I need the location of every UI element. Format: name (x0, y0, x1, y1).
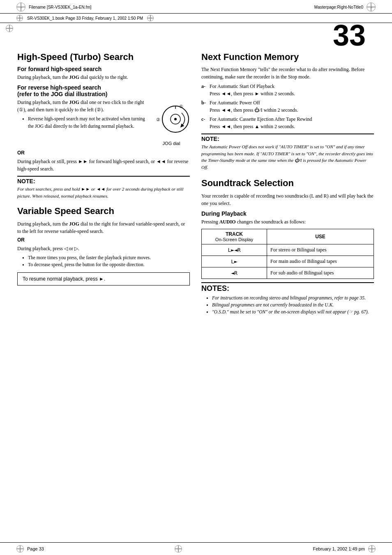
reg-mark-corner-left (6, 25, 13, 32)
footer-right: February 1, 2002 1:49 pm (313, 546, 365, 551)
reverse-heading: For reverse high-speed search(refer to t… (17, 84, 190, 97)
high-speed-section: High-Speed (Turbo) Search For forward hi… (17, 52, 190, 199)
track-cell-3: ◄R (202, 267, 267, 279)
table-row-3: ◄R For sub audio of Bilingual tapes (202, 267, 374, 279)
notes-section-soundtrack: NOTES: For instructions on recording ste… (201, 282, 374, 316)
variable-body: During playback, turn the JOG dial to th… (17, 220, 190, 235)
soundtrack-notes-list: For instructions on recording stereo and… (201, 295, 374, 316)
use-cell-3: For sub audio of Bilingual tapes (267, 267, 374, 279)
reg-mark-left (16, 15, 23, 21)
table-header-track: TRACK On-Screen Display (202, 229, 267, 244)
high-speed-title: High-Speed (Turbo) Search (17, 52, 190, 62)
table-header-use: USE (267, 229, 374, 244)
jog-label: JOG dial (153, 141, 190, 146)
soundtrack-title: Soundtrack Selection (201, 178, 374, 189)
reg-mark-right (147, 15, 154, 21)
masterpage-label: Masterpage:Right-NoTitle0 (314, 5, 363, 9)
footer: Page 33 February 1, 2002 1:49 pm (0, 542, 392, 555)
corner-marks-row: 33 (0, 23, 392, 52)
note-text-1: For short searches, press and hold ►► or… (17, 186, 190, 199)
reg-mark-footer-left (16, 545, 24, 553)
note-section-1: NOTE: For short searches, press and hold… (17, 176, 190, 199)
next-function-item-c: c- For Automatic Cassette Ejection After… (201, 115, 374, 130)
variable-bullets: The more times you press, the faster the… (17, 254, 190, 269)
soundtrack-note-3: "O.S.D." must be set to "ON" or the on-s… (206, 309, 374, 315)
during-heading: During Playback (201, 210, 374, 217)
reg-mark-footer-center (175, 545, 182, 553)
reverse-bullet-1: Reverse high-speed search may not be act… (22, 115, 190, 130)
note-title-1: NOTE: (17, 176, 190, 184)
notes-title: NOTES: (201, 282, 374, 293)
or-desc-2: During playback, press ◁ or ▷. (17, 245, 190, 252)
jog-section: ① ② JOG dial (17, 99, 190, 148)
variable-speed-title: Variable Speed Search (17, 206, 190, 216)
variable-speed-section: Variable Speed Search During playback, t… (17, 206, 190, 286)
right-column: Next Function Memory The Next Function M… (201, 52, 374, 319)
or-text-2: OR (17, 237, 190, 243)
next-function-item-b: b- For Automatic Power Off Press ◄◄, the… (201, 99, 374, 114)
next-function-section: Next Function Memory The Next Function M… (201, 52, 374, 170)
main-content: High-Speed (Turbo) Search For forward hi… (0, 52, 392, 327)
next-function-title: Next Function Memory (201, 52, 374, 62)
note-text-nfm: The Automatic Power Off does not work if… (201, 143, 374, 170)
soundtrack-note-2: Bilingual programmes are not currently b… (206, 302, 374, 309)
page-container: Filename [SR-VS30EK_1a-EN.fm] Masterpage… (0, 0, 392, 555)
track-cell-2: L► (202, 256, 267, 267)
reg-mark-footer-right (368, 545, 376, 553)
table-row-1: L►◄R For stereo or Bilingual tapes (202, 244, 374, 256)
left-column: High-Speed (Turbo) Search For forward hi… (17, 52, 190, 319)
or-text-1: OR (17, 150, 190, 156)
next-function-list: a- For Automatic Start Of Playback Press… (201, 83, 374, 130)
soundtrack-section: Soundtrack Selection Your recorder is ca… (201, 178, 374, 315)
soundtrack-body: Your recorder is capable of recording tw… (201, 192, 374, 207)
note-title-nfm: NOTE: (201, 134, 374, 142)
or-desc-1: During playback or still, press ►► for f… (17, 158, 190, 173)
resume-box: To resume normal playback, press ►. (17, 272, 190, 286)
use-cell-2: For main audio of Bilingual tapes (267, 256, 374, 267)
use-cell-1: For stereo or Bilingual tapes (267, 244, 374, 256)
soundtrack-table: TRACK On-Screen Display USE L►◄R For ste… (201, 229, 374, 279)
reg-mark-top-right (367, 2, 376, 12)
note-section-nfm: NOTE: The Automatic Power Off does not w… (201, 134, 374, 170)
page-number-large: 33 (333, 21, 386, 50)
forward-heading: For forward high-speed search (17, 66, 190, 72)
table-row-2: L► For main audio of Bilingual tapes (202, 256, 374, 267)
variable-bullet-2: To decrease speed, press the button for … (22, 261, 190, 268)
second-bar-text: SR-VS30EK_1.book Page 33 Friday, Februar… (27, 16, 143, 21)
reverse-bullets: Reverse high-speed search may not be act… (17, 115, 190, 130)
track-cell-1: L►◄R (202, 244, 267, 256)
during-text: Pressing AUDIO changes the soundtrack as… (201, 218, 374, 226)
forward-text: During playback, turn the JOG dial quick… (17, 74, 190, 81)
next-function-body: The Next Function Memory "tells" the rec… (201, 66, 374, 81)
soundtrack-note-1: For instructions on recording stereo and… (206, 295, 374, 302)
next-function-item-a: a- For Automatic Start Of Playback Press… (201, 83, 374, 97)
reg-mark-top-left (16, 2, 25, 12)
top-bar: Filename [SR-VS30EK_1a-EN.fm] Masterpage… (0, 0, 392, 14)
variable-bullet-1: The more times you press, the faster the… (22, 254, 190, 261)
footer-left: Page 33 (27, 546, 44, 551)
svg-text:①: ① (179, 104, 183, 109)
filename-label: Filename [SR-VS30EK_1a-EN.fm] (29, 5, 91, 9)
